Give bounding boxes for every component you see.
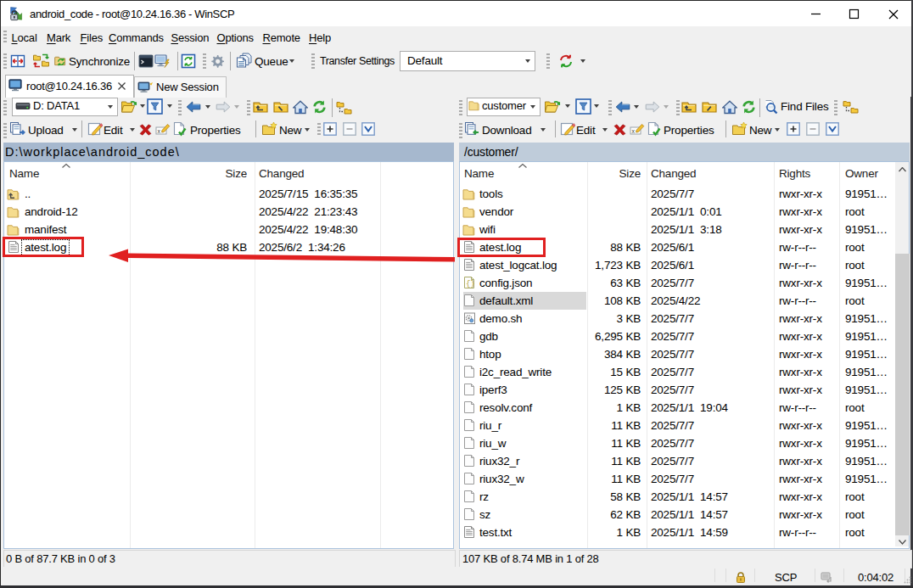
svg-text:{}: {} [466,280,475,288]
svg-text:x: x [632,128,636,134]
svg-text:x: x [158,128,161,134]
